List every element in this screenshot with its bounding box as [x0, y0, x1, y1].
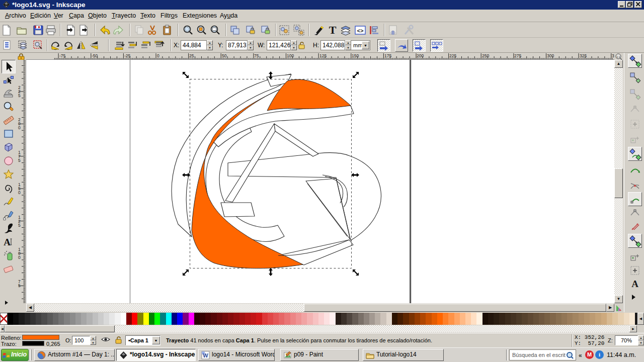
svg-text:T: T	[329, 24, 337, 36]
svg-text:A: A	[631, 279, 638, 289]
svg-text:1:1: 1:1	[617, 55, 620, 58]
svg-text:A: A	[4, 237, 11, 247]
svg-text:<>: <>	[357, 28, 364, 34]
svg-text:W: W	[203, 352, 208, 358]
